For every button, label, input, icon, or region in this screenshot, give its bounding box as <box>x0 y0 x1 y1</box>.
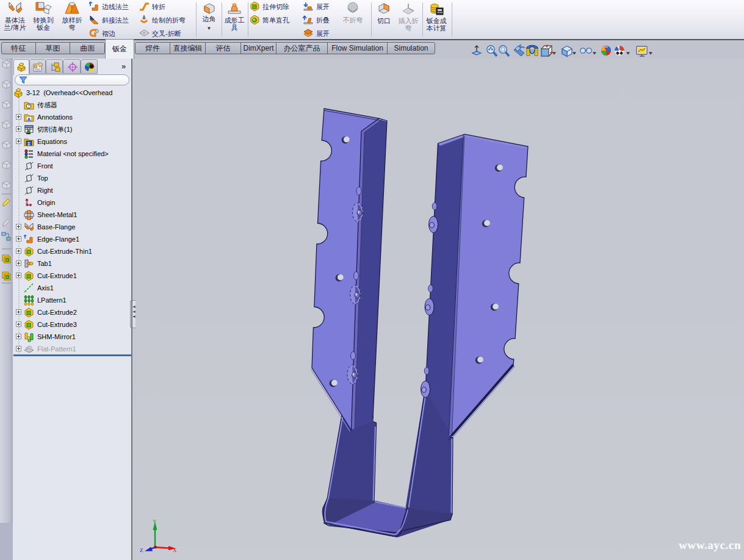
svg-text:A: A <box>27 117 31 122</box>
svg-text:Z: Z <box>140 547 143 553</box>
svg-text:Σ: Σ <box>27 141 31 146</box>
svg-text:Y: Y <box>153 519 157 525</box>
svg-text:X: X <box>173 547 177 553</box>
